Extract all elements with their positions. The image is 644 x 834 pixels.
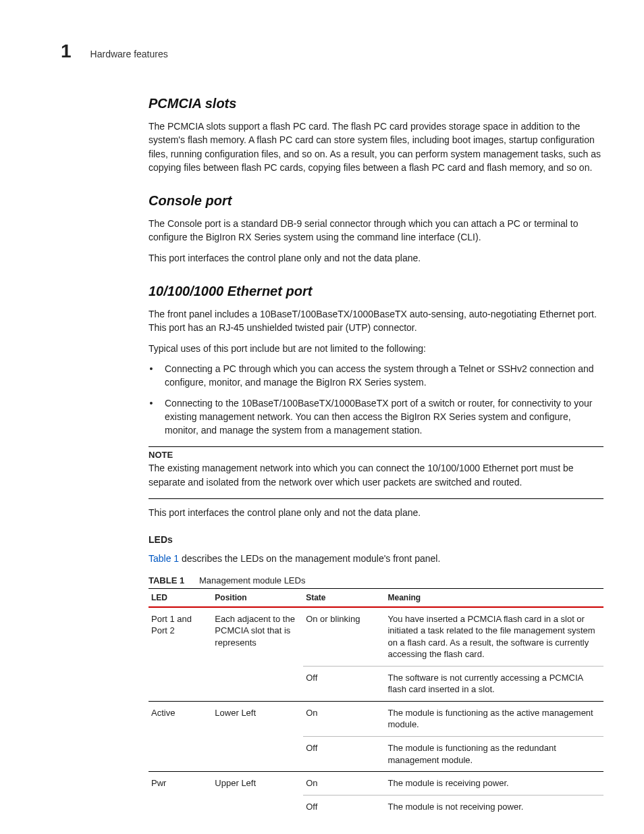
table-caption: TABLE 1 Management module LEDs (149, 575, 603, 585)
heading-pcmcia-slots: PCMCIA slots (149, 96, 603, 111)
heading-leds: LEDs (149, 534, 603, 545)
heading-console-port: Console port (149, 193, 603, 209)
list-item: Connecting a PC through which you can ac… (161, 362, 603, 390)
cell-position: Each adjacent to the PCMCIA slot that is… (212, 607, 303, 702)
paragraph: The PCMCIA slots support a flash PC card… (149, 120, 603, 174)
table-xref-link[interactable]: Table 1 (149, 553, 179, 564)
paragraph: This port interfaces the control plane o… (149, 506, 603, 519)
divider (149, 498, 603, 499)
page-body: PCMCIA slots The PCMCIA slots support a … (149, 96, 603, 818)
table-caption-label: TABLE 1 (149, 575, 184, 585)
page-header: 1 Hardware features (61, 41, 603, 62)
text: describes the LEDs on the management mod… (179, 553, 440, 564)
th-meaning: Meaning (385, 588, 603, 607)
cell-meaning: The software is not currently accessing … (385, 666, 603, 701)
th-led: LED (149, 588, 212, 607)
cell-state: Off (303, 737, 385, 772)
cell-position: Upper Left (212, 772, 303, 818)
breadcrumb: Hardware features (90, 49, 168, 59)
cell-state: On (303, 772, 385, 796)
cell-state: Off (303, 795, 385, 818)
cell-led: Active (149, 701, 212, 771)
heading-ethernet-port: 10/100/1000 Ethernet port (149, 284, 603, 299)
cell-meaning: The module is receiving power. (385, 772, 603, 796)
cell-meaning: The module is not receiving power. (385, 795, 603, 818)
chapter-number: 1 (61, 41, 72, 62)
note-body: The existing management network into whi… (149, 461, 603, 489)
bullet-list: Connecting a PC through which you can ac… (161, 362, 603, 437)
table-row: Active Lower Left On The module is funct… (149, 701, 603, 736)
note-heading: NOTE (149, 450, 603, 460)
table-row: Port 1 and Port 2 Each adjacent to the P… (149, 607, 603, 667)
table-header-row: LED Position State Meaning (149, 588, 603, 607)
page: 1 Hardware features PCMCIA slots The PCM… (0, 0, 644, 834)
list-item: Connecting to the 10BaseT/100BaseTX/1000… (161, 396, 603, 438)
cell-meaning: The module is functioning as the active … (385, 701, 603, 736)
paragraph: Table 1 describes the LEDs on the manage… (149, 552, 603, 565)
cell-state: On (303, 701, 385, 736)
paragraph: The front panel includes a 10BaseT/100Ba… (149, 307, 603, 335)
paragraph: The Console port is a standard DB-9 seri… (149, 217, 603, 244)
cell-led: Port 1 and Port 2 (149, 607, 212, 702)
paragraph: This port interfaces the control plane o… (149, 251, 603, 265)
table-caption-title: Management module LEDs (199, 575, 306, 585)
th-position: Position (212, 588, 303, 607)
th-state: State (303, 588, 385, 607)
table-row: Pwr Upper Left On The module is receivin… (149, 772, 603, 796)
cell-meaning: You have inserted a PCMCIA flash card in… (385, 607, 603, 667)
cell-meaning: The module is functioning as the redunda… (385, 737, 603, 772)
cell-state: Off (303, 666, 385, 701)
management-leds-table: LED Position State Meaning Port 1 and Po… (149, 588, 603, 818)
cell-state: On or blinking (303, 607, 385, 667)
cell-led: Pwr (149, 772, 212, 818)
cell-position: Lower Left (212, 701, 303, 771)
paragraph: Typical uses of this port include but ar… (149, 342, 603, 355)
divider (149, 446, 603, 447)
